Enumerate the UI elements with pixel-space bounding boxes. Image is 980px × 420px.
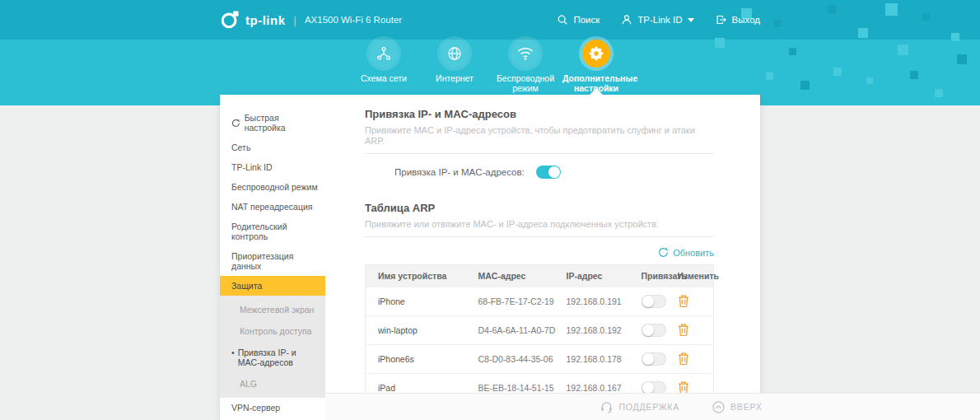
refresh-label: Обновить xyxy=(673,248,714,258)
arrow-up-circle-icon xyxy=(712,401,725,413)
tp-link-logo-icon xyxy=(220,10,240,30)
router-admin-page: tp-link | AX1500 Wi-Fi 6 Router Поиск TP… xyxy=(0,0,980,420)
binding-toggle-label: Привязка IP- и MAC-адресов: xyxy=(394,167,525,177)
network-map-icon xyxy=(376,45,392,62)
table-row: win-laptop D4-6A-6A-11-A0-7D 192.168.0.1… xyxy=(366,316,714,345)
column-ip-address: IP-адрес xyxy=(554,265,635,287)
column-mac-address: MAC-адрес xyxy=(466,265,554,287)
brand-separator: | xyxy=(294,14,296,26)
refresh-link[interactable]: Обновить xyxy=(365,247,714,258)
sidebar: Быстрая настройка Сеть TP-Link ID Беспро… xyxy=(220,95,325,420)
nav-label: Интернет xyxy=(421,74,488,84)
delete-button[interactable] xyxy=(678,324,689,336)
scroll-to-top-button[interactable]: ВВЕРХ xyxy=(712,401,763,413)
headset-icon xyxy=(600,401,613,413)
toggle-knob xyxy=(642,296,654,307)
bottom-bar: ПОДДЕРЖКА ВВЕРХ xyxy=(325,393,980,420)
ip-address: 192.168.0.191 xyxy=(554,287,635,316)
sidebar-item-nat-forwarding[interactable]: NAT переадресация xyxy=(220,197,325,217)
device-name: win-laptop xyxy=(366,316,466,345)
support-button[interactable]: ПОДДЕРЖКА xyxy=(600,401,679,413)
mac-address: 68-FB-7E-17-C2-19 xyxy=(466,287,554,316)
nav-item-advanced-settings[interactable]: Дополнительные настройки xyxy=(561,40,632,93)
trash-icon xyxy=(678,324,689,336)
active-dot-icon: • xyxy=(231,348,235,367)
content-panel: Привязка IP- и MAC-адресов Привяжите MAC… xyxy=(325,95,761,420)
advanced-settings-circle xyxy=(582,40,610,68)
user-icon xyxy=(621,14,632,26)
binding-toggle-row: Привязка IP- и MAC-адресов: xyxy=(394,166,714,179)
internet-circle xyxy=(441,40,469,68)
wireless-circle xyxy=(511,40,539,68)
gear-icon xyxy=(588,45,604,62)
quick-setup-icon xyxy=(231,119,240,128)
arp-table-description: Привяжите или отвяжите MAC- и IP-адреса … xyxy=(365,219,714,237)
column-modify: Изменить xyxy=(673,265,714,287)
page-description: Привяжите MAC и IP-адреса устройств, что… xyxy=(365,125,714,154)
tplink-id-label: TP-Link ID xyxy=(637,15,682,25)
scroll-to-top-label: ВВЕРХ xyxy=(730,402,763,412)
sidebar-item-wireless[interactable]: Беспроводной режим xyxy=(220,177,325,197)
sidebar-item-parental-controls[interactable]: Родительский контроль xyxy=(220,217,325,246)
ip-address: 192.168.0.178 xyxy=(554,345,635,374)
device-name: iPhone xyxy=(366,287,466,316)
nav-label: Схема сети xyxy=(350,74,418,84)
globe-icon xyxy=(446,45,463,62)
logout-label: Выход xyxy=(732,15,760,25)
sidebar-item-vpn-server[interactable]: VPN-сервер xyxy=(220,398,325,418)
bind-toggle[interactable] xyxy=(642,295,666,308)
trash-icon xyxy=(678,295,689,307)
column-bind: Привязать xyxy=(635,265,673,287)
arp-section: Таблица ARP Привяжите или отвяжите MAC- … xyxy=(365,202,714,403)
chevron-down-icon xyxy=(688,18,694,22)
table-row: iPhone 68-FB-7E-17-C2-19 192.168.0.191 xyxy=(366,287,714,316)
submenu-item-label: Привязка IP- и MAC-адресов xyxy=(238,348,320,367)
trash-icon xyxy=(678,381,689,394)
refresh-icon xyxy=(658,247,669,258)
nav-item-internet[interactable]: Интернет xyxy=(419,40,490,93)
security-submenu: Межсетевой экран Контроль доступа • Прив… xyxy=(220,296,325,398)
brand-logo[interactable]: tp-link xyxy=(220,10,286,30)
sidebar-item-quick-setup[interactable]: Быстрая настройка xyxy=(220,108,325,138)
mac-address: C8-D0-83-44-35-06 xyxy=(466,345,554,374)
tplink-id-menu[interactable]: TP-Link ID xyxy=(621,14,693,26)
table-row: iPhone6s C8-D0-83-44-35-06 192.168.0.178 xyxy=(366,345,714,374)
top-bar-content: tp-link | AX1500 Wi-Fi 6 Router Поиск TP… xyxy=(220,0,760,40)
bind-toggle[interactable] xyxy=(642,352,666,366)
router-model: AX1500 Wi-Fi 6 Router xyxy=(305,15,402,25)
search-button[interactable]: Поиск xyxy=(557,14,600,26)
sidebar-item-qos[interactable]: Приоритезация данных xyxy=(220,246,325,276)
delete-button[interactable] xyxy=(678,295,689,307)
trash-icon xyxy=(678,352,689,365)
page-title: Привязка IP- и MAC-адресов xyxy=(365,108,714,120)
logout-icon xyxy=(716,14,727,26)
ip-mac-binding-toggle[interactable] xyxy=(536,166,561,179)
submenu-item-alg[interactable]: ALG xyxy=(220,373,325,394)
table-header-row: Имя устройства MAC-адрес IP-адрес Привяз… xyxy=(366,265,714,287)
sidebar-item-network[interactable]: Сеть xyxy=(220,138,325,157)
bind-toggle[interactable] xyxy=(642,324,666,337)
settings-card: Быстрая настройка Сеть TP-Link ID Беспро… xyxy=(220,95,760,420)
nav-label: Беспроводной режим xyxy=(492,74,559,93)
top-bar-actions: Поиск TP-Link ID Выход xyxy=(557,14,760,26)
main-nav: Схема сети Интернет Беспроводной режим xyxy=(0,40,980,93)
toggle-knob xyxy=(548,166,560,178)
search-icon xyxy=(557,14,568,26)
logout-button[interactable]: Выход xyxy=(716,14,760,26)
brand-name: tp-link xyxy=(245,13,286,27)
submenu-item-ip-mac-binding[interactable]: • Привязка IP- и MAC-адресов xyxy=(220,342,325,373)
column-device-name: Имя устройства xyxy=(366,265,466,287)
wifi-icon xyxy=(516,46,534,61)
nav-item-wireless[interactable]: Беспроводной режим xyxy=(490,40,561,93)
device-name: iPhone6s xyxy=(366,345,466,374)
arp-table: Имя устройства MAC-адрес IP-адрес Привяз… xyxy=(365,264,714,403)
delete-button[interactable] xyxy=(678,352,689,365)
submenu-item-firewall[interactable]: Межсетевой экран xyxy=(220,299,325,320)
sidebar-item-security[interactable]: Защита xyxy=(220,276,325,296)
delete-button[interactable] xyxy=(678,381,689,394)
nav-item-network-map[interactable]: Схема сети xyxy=(348,40,419,93)
sidebar-item-label: Быстрая настройка xyxy=(245,113,320,133)
sidebar-item-tplink-id[interactable]: TP-Link ID xyxy=(220,157,325,177)
network-map-circle xyxy=(370,40,398,68)
submenu-item-access-control[interactable]: Контроль доступа xyxy=(220,320,325,342)
